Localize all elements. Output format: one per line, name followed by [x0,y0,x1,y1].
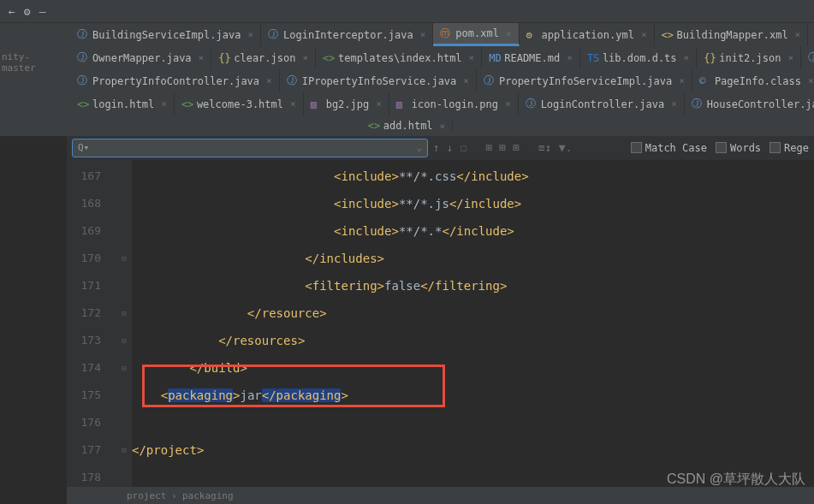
code-editor[interactable]: 167168169170171172173174175176177178 ⊟⊟⊟… [67,160,814,491]
find-bar: ⌄ ↑ ↓ ☐ ⊞ ⊞ ⊞ ≡↕ ▼. Match Case Words Reg… [67,136,814,160]
close-icon[interactable]: × [795,29,801,40]
editor-tab[interactable]: ⒿPropertyInfoController.java× [70,69,280,92]
words-checkbox[interactable]: Words [716,142,761,154]
editor-tab[interactable]: ©PageInfo.class× [692,69,814,92]
file-type-icon: ⓜ [440,28,451,39]
close-icon[interactable]: × [567,52,573,63]
settings-icon[interactable]: ≡↕ [538,141,552,154]
file-type-icon: Ⓙ [484,75,495,86]
gear-icon[interactable]: ⚙ [24,5,31,18]
file-type-icon: Ⓙ [287,75,298,86]
close-icon[interactable]: × [463,75,469,86]
project-name-fragment: nity-master [0,51,60,74]
close-icon[interactable]: × [290,98,296,110]
fold-column[interactable]: ⊟⊟⊟⊟⊟ [116,160,132,491]
editor-tab[interactable]: <>add.html× [361,120,453,132]
minus-icon[interactable]: — [39,5,46,18]
file-type-icon: Ⓙ [77,29,88,40]
file-type-icon: TS [587,52,598,63]
prev-match-icon[interactable]: ↑ [433,141,440,154]
tab-label: BuildingMapper.xml [677,29,788,41]
editor-tab[interactable]: <>welcome-3.html× [175,92,304,116]
next-match-icon[interactable]: ↓ [447,141,454,154]
breadcrumb-item[interactable]: packaging [182,490,234,501]
file-type-icon: © [699,75,710,86]
tab-label: LoginController.java [541,98,665,110]
editor-tab[interactable]: ⒿPropertyInfoServiceImpl.java× [477,69,692,92]
tab-label: pom.xml [455,27,499,39]
editor-tab[interactable]: ⒿBuilding× [808,23,814,46]
close-icon[interactable]: × [641,29,647,40]
code-area[interactable]: <include>**/*.css</include> <include>**/… [132,160,814,491]
close-icon[interactable]: × [808,75,814,86]
editor-tab[interactable]: MDREADME.md× [482,46,580,69]
tab-label: LoginInterceptor.java [283,29,413,41]
filter-icon-2[interactable]: ⊞ [499,141,506,154]
regex-checkbox[interactable]: Rege [769,142,809,154]
file-type-icon: Ⓙ [268,29,279,40]
tab-label: IPropertyInfoService.java [302,75,457,87]
close-icon[interactable]: × [506,28,512,39]
close-icon[interactable]: × [440,121,446,132]
close-icon[interactable]: × [199,52,205,63]
editor-tab[interactable]: TSlib.dom.d.ts× [580,46,697,69]
close-icon[interactable]: × [161,98,167,110]
editor-tab[interactable]: <>BuildingMapper.xml× [655,23,809,46]
editor-tab[interactable]: ⓜpom.xml× [433,23,519,46]
editor-tab[interactable]: ⒿLoginController.java× [519,92,685,116]
tab-label: README.md [504,52,560,64]
tab-label: icon-login.png [412,98,498,110]
breadcrumb-item[interactable]: project [127,490,166,501]
close-icon[interactable]: × [420,29,426,40]
close-icon[interactable]: × [469,52,475,63]
editor-tab[interactable]: <>login.html× [70,92,175,116]
tab-label: lib.dom.d.ts [603,52,677,64]
file-type-icon: Ⓙ [77,52,88,63]
file-type-icon: <> [368,121,379,132]
close-icon[interactable]: × [302,52,308,63]
breadcrumb[interactable]: project › packaging [67,487,814,504]
editor-tab[interactable]: {}clear.json× [211,46,316,69]
editor-tab[interactable]: ⒿLoginInterceptor.java× [261,23,433,46]
tab-label: add.html [383,120,433,132]
editor-tab[interactable]: ▧bg2.jpg× [304,92,389,116]
file-type-icon: {} [218,52,229,63]
select-all-icon[interactable]: ☐ [460,141,467,154]
file-type-icon: ▧ [396,98,407,110]
close-icon[interactable]: × [684,52,690,63]
title-bar: ← ⚙ — [0,0,814,23]
file-type-icon: Ⓙ [692,98,703,110]
close-icon[interactable]: × [671,98,677,110]
file-type-icon: <> [323,52,334,63]
breadcrumb-sep: › [171,490,177,501]
search-input[interactable]: ⌄ [72,139,428,157]
close-icon[interactable]: × [787,52,793,63]
editor-tab[interactable]: ⒿIPropertyInfoService.java× [280,69,477,92]
editor-tabs: ⒿBuildingServiceImpl.java×ⒿLoginIntercep… [0,23,814,136]
editor-tab[interactable]: ⒿBuildingServiceImpl.java× [70,23,261,46]
line-numbers: 167168169170171172173174175176177178 [67,160,116,491]
tab-label: PageInfo.class [715,75,801,87]
editor-tab[interactable]: ⒿOwnerMapper.java× [70,46,211,69]
close-icon[interactable]: × [376,98,382,110]
match-case-checkbox[interactable]: Match Case [631,142,707,154]
editor-tab[interactable]: {}init2.json× [697,46,801,69]
watermark: CSDN @草坪散人大队 [667,471,805,489]
filter-icon-3[interactable]: ⊞ [513,141,520,154]
editor-tab[interactable]: ⚙application.yml× [520,23,655,46]
funnel-icon[interactable]: ▼. [559,141,573,154]
close-icon[interactable]: × [266,75,272,86]
close-icon[interactable]: × [679,75,685,86]
editor-tab[interactable]: ⒿCo× [801,46,814,69]
tab-label: login.html [92,98,154,110]
editor-tab[interactable]: <>templates\index.html× [316,46,482,69]
close-icon[interactable]: × [505,98,511,110]
filter-icon-1[interactable]: ⊞ [485,141,492,154]
close-icon[interactable]: × [247,29,253,40]
editor-tab[interactable]: ⒿHouseController.java× [685,92,814,116]
file-type-icon: <> [181,98,193,110]
tab-label: bg2.jpg [326,98,370,110]
back-icon[interactable]: ← [9,5,15,18]
editor-tab[interactable]: ▧icon-login.png× [389,92,519,116]
tab-label: templates\index.html [338,52,462,64]
